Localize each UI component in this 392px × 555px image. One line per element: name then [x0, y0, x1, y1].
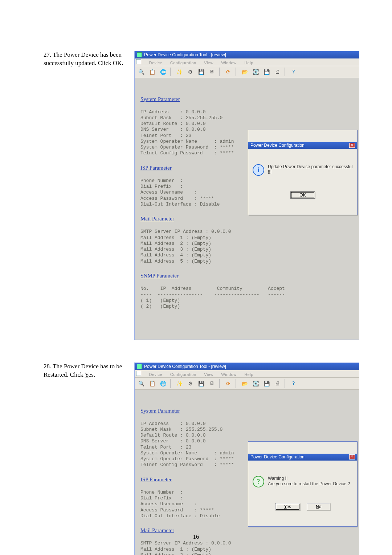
toolbar-separator [219, 379, 221, 388]
isp-param-line: Access Password : ***** [140, 507, 214, 513]
yes-button[interactable]: Yes [275, 503, 301, 510]
help-icon[interactable]: ? [289, 68, 298, 76]
system-param-line: Default Route : 0.0.0.0 [140, 433, 205, 438]
system-param-line: Subnet Mask : 255.255.255.0 [140, 427, 222, 432]
system-param-line: IP Address : 0.0.0.0 [140, 421, 205, 426]
toolbar-separator [170, 379, 172, 388]
wand-icon[interactable]: ✨ [175, 379, 184, 388]
menu-window[interactable]: Window [221, 61, 236, 65]
isp-param-line: Access Username : [140, 501, 197, 507]
world-icon[interactable]: 🌐 [159, 379, 167, 388]
toolbar: 🔍 📋 🌐 ✨ ⚙ 💾 🖥 ⟳ 📂 💽 💾 🖨 ? [135, 378, 359, 390]
wand-icon[interactable]: ✨ [175, 68, 184, 76]
menubar[interactable]: Device Configuration View Window Help [135, 370, 359, 378]
popup-warning-heading: Warning !! [268, 476, 350, 481]
refresh-icon[interactable]: ⟳ [224, 379, 233, 388]
list-icon[interactable]: 📋 [148, 68, 156, 76]
popup-title-text: Power Device Configuration [250, 143, 305, 148]
step-27-text: 27. The Power Device has been successful… [44, 51, 127, 68]
world-icon[interactable]: 🌐 [159, 68, 167, 76]
printer-icon[interactable]: 🖨 [273, 68, 282, 76]
menubar[interactable]: Device Configuration View Window Help [135, 58, 359, 66]
page-number: 16 [0, 533, 392, 540]
isp-param-line: Access Password : ***** [140, 196, 214, 201]
mail-param-line: Mail Address 1 : (Empty) [140, 547, 211, 552]
config-content: System Parameter IP Address : 0.0.0.0 Su… [135, 390, 359, 555]
system-param-line: Telnet Port : 23 [140, 445, 191, 450]
list-icon[interactable]: 📋 [148, 379, 156, 388]
step-27-number: 27. [44, 51, 51, 58]
system-param-line: Telnet Config Password : ***** [140, 150, 234, 156]
printer-icon[interactable]: 🖨 [273, 379, 282, 388]
system-param-line: System Operater Password : ***** [140, 456, 234, 462]
gear2-icon[interactable]: ⚙ [186, 68, 195, 76]
ok-button[interactable]: OK [290, 191, 315, 199]
question-icon: ? [253, 476, 264, 487]
popup-titlebar: Power Device Configuration ✕ [248, 454, 357, 461]
warning-popup: Power Device Configuration ✕ ? Warning !… [248, 441, 358, 527]
step-28-yes-first: Y [85, 371, 89, 378]
step-28-period: . [94, 371, 95, 378]
search-icon[interactable]: 🔍 [137, 68, 146, 76]
disk-icon[interactable]: 💽 [251, 68, 260, 76]
app-title: Power Device Configuration Tool - [revie… [144, 364, 226, 369]
refresh-icon[interactable]: ⟳ [224, 68, 233, 76]
mail-param-line: Mail Address 5 : (Empty) [140, 259, 211, 264]
floppy-icon[interactable]: 💾 [197, 379, 205, 388]
app-title: Power Device Configuration Tool - [revie… [144, 52, 226, 57]
system-param-line: System Operater Password : ***** [140, 145, 234, 150]
close-icon[interactable]: ✕ [349, 143, 355, 148]
menu-view[interactable]: View [204, 61, 213, 65]
menu-help[interactable]: Help [244, 61, 253, 65]
toolbar-separator [236, 379, 237, 388]
popup-body: ? Warning !! Are you sure to restart the… [248, 472, 357, 491]
floppy-icon[interactable]: 💾 [197, 68, 205, 76]
menu-window[interactable]: Window [221, 372, 236, 377]
mail-param-line: Mail Address 2 : (Empty) [140, 241, 211, 246]
no-button[interactable]: No [307, 503, 330, 510]
app-window-27: Power Device Configuration Tool - [revie… [134, 51, 359, 340]
popup-titlebar: Power Device Configuration ✕ [248, 142, 357, 149]
snmp-parameter-title: SNMP Parameter [140, 272, 353, 279]
info-popup: Power Device Configuration ✕ i Update Po… [248, 130, 358, 215]
menu-device[interactable]: Device [149, 61, 163, 65]
popup-message: Update Power Device parameter successful… [268, 164, 353, 176]
save-icon[interactable]: 💾 [262, 68, 271, 76]
system-param-line: IP Address : 0.0.0.0 [140, 109, 205, 115]
gear2-icon[interactable]: ⚙ [186, 379, 195, 388]
snmp-param-line: ( 2) (Empty) [140, 304, 180, 309]
monitor-icon[interactable]: 🖥 [208, 68, 216, 76]
isp-param-line: Dial-Out Interface : Disable [140, 513, 220, 519]
step-27-body: The Power Device has been successfully u… [44, 51, 123, 66]
monitor-icon[interactable]: 🖥 [208, 379, 216, 388]
toolbar-separator [170, 68, 172, 76]
menu-configuration[interactable]: Configuration [170, 61, 196, 65]
mail-param-line: Mail Address 2 : (Empty) [140, 552, 211, 555]
app-icon [137, 364, 142, 369]
isp-param-line: Dial Prefix : [140, 495, 183, 501]
app-titlebar: Power Device Configuration Tool - [revie… [135, 363, 359, 370]
open-icon[interactable]: 📂 [240, 379, 249, 388]
menu-help[interactable]: Help [244, 372, 253, 377]
help-icon[interactable]: ? [289, 379, 298, 388]
mail-parameter-title: Mail Parameter [140, 215, 353, 222]
snmp-param-line: ---- ---------------- ---------------- -… [140, 292, 285, 297]
open-icon[interactable]: 📂 [240, 68, 249, 76]
system-param-line: DNS Server : 0.0.0.0 [140, 438, 205, 444]
isp-param-line: Dial Prefix : [140, 184, 183, 189]
menu-device[interactable]: Device [149, 372, 163, 377]
save-icon[interactable]: 💾 [262, 379, 271, 388]
doc-icon [136, 59, 141, 64]
toolbar-separator [285, 379, 286, 388]
step-28-text: 28. The Power Device has to be Restarted… [44, 362, 127, 379]
close-icon[interactable]: ✕ [349, 454, 355, 459]
system-parameter-title: System Parameter [140, 408, 353, 414]
menu-configuration[interactable]: Configuration [170, 372, 196, 377]
search-icon[interactable]: 🔍 [137, 379, 146, 388]
snmp-param-line: ( 1) (Empty) [140, 298, 180, 303]
step-28-click: Click [70, 371, 85, 378]
system-param-line: Subnet Mask : 255.255.255.0 [140, 115, 222, 121]
system-param-line: System Operater Name : admin [140, 139, 234, 144]
disk-icon[interactable]: 💽 [251, 379, 260, 388]
menu-view[interactable]: View [204, 372, 213, 377]
